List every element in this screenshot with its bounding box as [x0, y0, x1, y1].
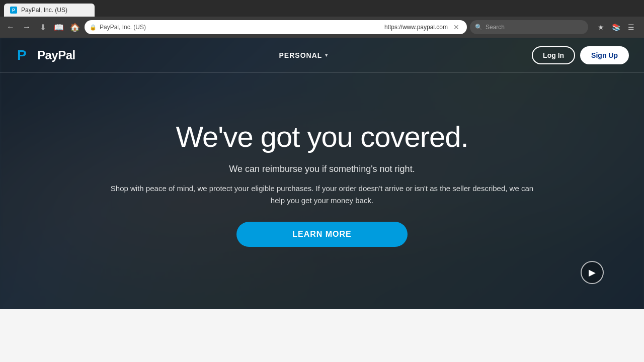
address-url: https://www.paypal.com [384, 24, 448, 31]
bookmarks-button[interactable]: 📚 [609, 21, 622, 34]
back-button[interactable]: ← [4, 21, 17, 34]
bookmark-button[interactable]: ★ [594, 21, 607, 34]
hero-subtitle: We can reimburse you if something's not … [229, 164, 415, 174]
hero-section: P PayPal PERSONAL ▾ Log In Sign Up We've… [0, 38, 644, 309]
paypal-logo[interactable]: P PayPal [15, 46, 75, 64]
header-actions: Log In Sign Up [532, 46, 629, 64]
browser-toolbar: ← → ⬇ 📖 🏠 🔒 PayPal, Inc. (US) https://ww… [0, 17, 644, 38]
svg-text:P: P [17, 47, 27, 63]
login-button[interactable]: Log In [532, 46, 575, 64]
home-button[interactable]: 🏠 [68, 21, 82, 34]
main-nav: PERSONAL ▾ [75, 51, 532, 59]
hero-content: We've got you covered. We can reimburse … [0, 38, 644, 309]
website-content: P PayPal PERSONAL ▾ Log In Sign Up We've… [0, 38, 644, 362]
browser-chrome: P PayPal, Inc. (US) ← → ⬇ 📖 🏠 🔒 PayPal, … [0, 0, 644, 38]
lock-icon: 🔒 [90, 24, 97, 31]
reader-button[interactable]: 📖 [52, 21, 65, 34]
tab-bar: P PayPal, Inc. (US) [0, 0, 644, 17]
download-button[interactable]: ⬇ [36, 21, 49, 34]
toolbar-icons: ★ 📚 ☰ [594, 21, 637, 34]
signup-button[interactable]: Sign Up [580, 46, 629, 64]
hero-description: Shop with peace of mind, we protect your… [106, 183, 538, 207]
site-header: P PayPal PERSONAL ▾ Log In Sign Up [0, 38, 644, 73]
address-site-name: PayPal, Inc. (US) [100, 24, 381, 31]
search-icon: 🔍 [475, 24, 482, 31]
search-bar[interactable]: 🔍 Search [470, 20, 588, 34]
chevron-down-icon: ▾ [325, 52, 328, 58]
personal-nav-label: PERSONAL [279, 51, 323, 59]
address-clear-button[interactable]: ✕ [451, 22, 462, 33]
paypal-logo-text: PayPal [37, 48, 75, 62]
forward-button[interactable]: → [20, 21, 33, 34]
tab-favicon: P [10, 7, 17, 14]
tab-title: PayPal, Inc. (US) [21, 7, 67, 14]
personal-nav-item[interactable]: PERSONAL ▾ [279, 51, 329, 59]
active-tab[interactable]: P PayPal, Inc. (US) [4, 4, 95, 17]
hero-title: We've got you covered. [176, 120, 468, 154]
address-bar[interactable]: 🔒 PayPal, Inc. (US) https://www.paypal.c… [85, 20, 467, 34]
bottom-section [0, 309, 644, 362]
search-placeholder: Search [486, 24, 505, 31]
menu-button[interactable]: ☰ [624, 21, 637, 34]
play-video-button[interactable]: ▶ [581, 261, 604, 284]
learn-more-button[interactable]: Learn More [236, 222, 408, 247]
paypal-p-icon: P [15, 46, 33, 64]
